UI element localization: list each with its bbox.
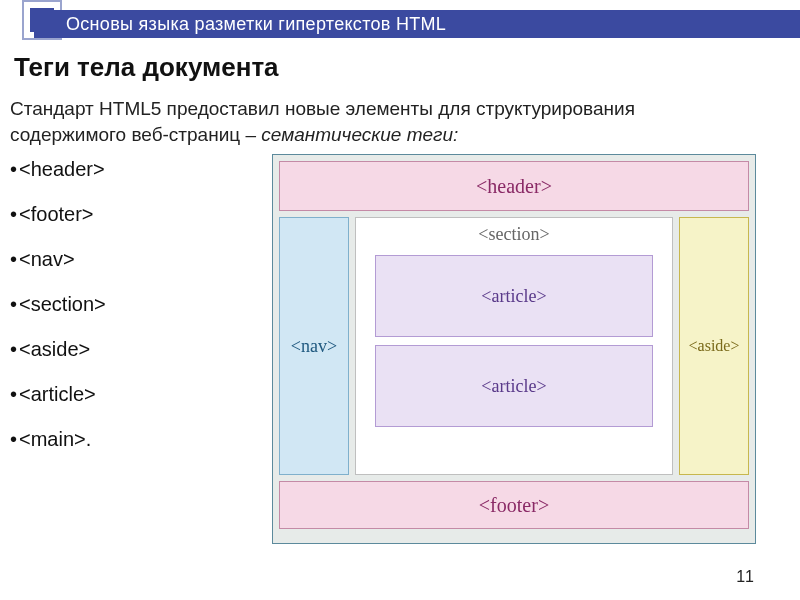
para-line2-em: семантические теги: — [261, 124, 458, 145]
list-item: <header> — [10, 158, 106, 181]
diagram-section-label: <section> — [478, 224, 549, 245]
list-item: <main>. — [10, 428, 106, 451]
diagram-footer-box: <footer> — [279, 481, 749, 529]
diagram-article-box: <article> — [375, 255, 653, 337]
diagram-middle-row: <nav> <section> <article> <article> <asi… — [279, 217, 749, 475]
list-item: <nav> — [10, 248, 106, 271]
page-title: Теги тела документа — [14, 52, 279, 83]
diagram-section-box: <section> <article> <article> — [355, 217, 673, 475]
diagram-header-box: <header> — [279, 161, 749, 211]
list-item: <aside> — [10, 338, 106, 361]
slide-header-text: Основы языка разметки гипертекстов HTML — [66, 14, 446, 35]
para-line2a: содержимого веб-страниц – — [10, 124, 261, 145]
para-line1: Стандарт HTML5 предоставил новые элемент… — [10, 98, 635, 119]
list-item: <footer> — [10, 203, 106, 226]
page-number: 11 — [736, 568, 754, 586]
list-item: <article> — [10, 383, 106, 406]
intro-paragraph: Стандарт HTML5 предоставил новые элемент… — [10, 96, 770, 147]
semantic-layout-diagram: <header> <nav> <section> <article> <arti… — [272, 154, 756, 544]
slide-header-bar: Основы языка разметки гипертекстов HTML — [34, 10, 800, 38]
diagram-aside-box: <aside> — [679, 217, 749, 475]
tag-bullet-list: <header> <footer> <nav> <section> <aside… — [10, 158, 106, 473]
diagram-nav-box: <nav> — [279, 217, 349, 475]
list-item: <section> — [10, 293, 106, 316]
diagram-article-box: <article> — [375, 345, 653, 427]
